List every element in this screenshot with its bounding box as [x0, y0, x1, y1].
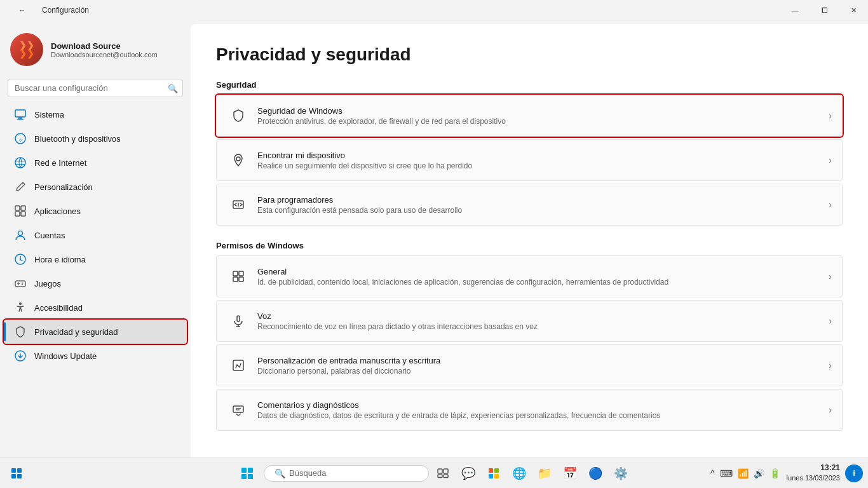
titlebar-controls: — ⧠ ✕: [780, 0, 868, 20]
taskbar-center: 🔍 Búsqueda 💬 🌐 📁 📅 🔵 ⚙️: [236, 462, 632, 485]
svg-rect-27: [233, 271, 238, 276]
entrada-manuscrita-desc: Diccionario personal, palabras del dicci…: [257, 367, 829, 376]
svg-point-19: [22, 283, 23, 284]
svg-rect-42: [241, 468, 247, 473]
item-entrada-manuscrita[interactable]: Personalización de entrada manuscrita y …: [216, 344, 843, 386]
taskbar-search[interactable]: 🔍 Búsqueda: [264, 465, 429, 482]
handwriting-icon: [227, 354, 250, 377]
para-programadores-desc: Esta configuración está pensada solo par…: [257, 206, 829, 215]
item-general[interactable]: General Id. de publicidad, contenido loc…: [216, 255, 843, 297]
volume-icon[interactable]: 🔊: [752, 467, 766, 480]
svg-rect-34: [233, 360, 243, 370]
calendar-button[interactable]: 📅: [559, 462, 581, 485]
svg-rect-35: [233, 406, 243, 412]
seguridad-windows-text: Seguridad de Windows Protección antiviru…: [257, 106, 829, 126]
svg-rect-9: [21, 206, 25, 210]
notification-button[interactable]: i: [845, 464, 863, 482]
chevron-right-icon: ›: [829, 200, 832, 210]
sidebar-item-sistema[interactable]: Sistema: [4, 102, 187, 126]
time-display: 13:21: [787, 463, 840, 473]
explorer-button[interactable]: 📁: [533, 462, 556, 485]
main-window: ❯❯ ❯❯ Download Source Downloadsourcenet@…: [0, 20, 868, 458]
chevron-right-icon: ›: [829, 316, 832, 326]
comentarios-title: Comentarios y diagnósticos: [257, 400, 829, 410]
item-para-programadores[interactable]: Para programadores Esta configuración es…: [216, 184, 843, 226]
sidebar-item-aplicaciones[interactable]: Aplicaciones: [4, 199, 187, 223]
svg-rect-49: [444, 475, 448, 478]
back-button[interactable]: ←: [8, 0, 37, 20]
voz-desc: Reconocimiento de voz en línea para dict…: [257, 322, 829, 331]
svg-rect-30: [239, 277, 243, 281]
svg-rect-31: [237, 316, 240, 322]
wifi-icon[interactable]: 📶: [736, 467, 750, 480]
sidebar-item-juegos[interactable]: Juegos: [4, 271, 187, 295]
search-icon[interactable]: 🔍: [168, 83, 178, 93]
encontrar-dispositivo-title: Encontrar mi dispositivo: [257, 151, 829, 160]
svg-rect-38: [11, 468, 16, 473]
svg-rect-40: [11, 474, 16, 478]
svg-point-21: [19, 302, 22, 305]
taskbar-time[interactable]: 13:21 lunes 13/03/2023: [787, 463, 840, 483]
sidebar-item-personalizacion[interactable]: Personalización: [4, 175, 187, 199]
search-input[interactable]: [8, 79, 183, 97]
titlebar-left: ← Configuración: [8, 0, 89, 20]
svg-rect-47: [444, 469, 448, 473]
svg-rect-39: [17, 468, 22, 473]
chevron-right-icon: ›: [829, 405, 832, 415]
encontrar-dispositivo-desc: Realice un seguimiento del dispositivo s…: [257, 161, 829, 170]
sidebar-item-bluetooth[interactable]: ⬦ Bluetooth y dispositivos: [4, 126, 187, 151]
svg-rect-45: [248, 474, 253, 479]
battery-icon[interactable]: 🔋: [768, 467, 782, 480]
sidebar-item-accesibilidad[interactable]: Accesibilidad: [4, 295, 187, 320]
start-button[interactable]: [5, 462, 28, 485]
titlebar-title: Configuración: [42, 6, 89, 15]
user-info: Download Source Downloadsourcenet@outloo…: [51, 41, 158, 58]
chevron-up-icon[interactable]: ^: [709, 467, 716, 480]
sidebar-item-cuentas[interactable]: Cuentas: [4, 223, 187, 247]
svg-rect-53: [494, 474, 499, 478]
chrome-button[interactable]: 🔵: [584, 462, 607, 485]
sidebar-item-privacidad[interactable]: Privacidad y seguridad: [4, 320, 187, 344]
minimize-button[interactable]: —: [780, 0, 810, 20]
maximize-button[interactable]: ⧠: [810, 0, 839, 20]
svg-rect-1: [18, 118, 22, 119]
close-button[interactable]: ✕: [839, 0, 868, 20]
sidebar-label-windows-update: Windows Update: [34, 351, 97, 361]
item-comentarios[interactable]: Comentarios y diagnósticos Datos de diag…: [216, 389, 843, 431]
sistema-icon: [14, 108, 27, 121]
svg-point-24: [236, 157, 240, 161]
nav-list: Sistema ⬦ Bluetooth y dispositivos Red e…: [0, 102, 191, 368]
settings-taskbar-button[interactable]: ⚙️: [609, 462, 632, 485]
keyboard-icon[interactable]: ⌨: [719, 467, 734, 480]
svg-rect-8: [15, 206, 20, 210]
sidebar-item-windows-update[interactable]: Windows Update: [4, 344, 187, 368]
svg-point-5: [15, 158, 25, 168]
personalizacion-icon: [14, 180, 27, 193]
general-icon: [227, 265, 250, 288]
task-view-button[interactable]: [431, 462, 454, 485]
entrada-manuscrita-text: Personalización de entrada manuscrita y …: [257, 356, 829, 376]
sidebar-item-hora[interactable]: Hora e idioma: [4, 247, 187, 271]
edge-button[interactable]: 🌐: [508, 462, 531, 485]
taskbar-start[interactable]: [236, 462, 259, 485]
svg-rect-44: [241, 474, 247, 479]
svg-rect-46: [438, 469, 442, 473]
sidebar-item-red[interactable]: Red e Internet: [4, 151, 187, 175]
privacidad-icon: [14, 325, 27, 338]
voz-text: Voz Reconocimiento de voz en línea para …: [257, 311, 829, 331]
item-encontrar-dispositivo[interactable]: Encontrar mi dispositivo Realice un segu…: [216, 139, 843, 181]
comentarios-desc: Datos de diagnóstico, datos de escritura…: [257, 411, 829, 420]
seguridad-windows-title: Seguridad de Windows: [257, 106, 829, 116]
user-section[interactable]: ❯❯ ❯❯ Download Source Downloadsourcenet@…: [0, 20, 191, 76]
item-voz[interactable]: Voz Reconocimiento de voz en línea para …: [216, 300, 843, 342]
svg-rect-16: [15, 281, 25, 287]
item-seguridad-windows[interactable]: Seguridad de Windows Protección antiviru…: [216, 95, 843, 137]
teams-button[interactable]: 💬: [457, 462, 480, 485]
sidebar-label-personalizacion: Personalización: [34, 182, 93, 192]
general-desc: Id. de publicidad, contenido local, inic…: [257, 278, 829, 287]
svg-rect-43: [248, 468, 253, 473]
chevron-right-icon: ›: [829, 155, 832, 165]
taskbar-search-text: Búsqueda: [289, 468, 327, 478]
titlebar: ← Configuración — ⧠ ✕: [0, 0, 868, 20]
store-button[interactable]: [482, 462, 505, 485]
